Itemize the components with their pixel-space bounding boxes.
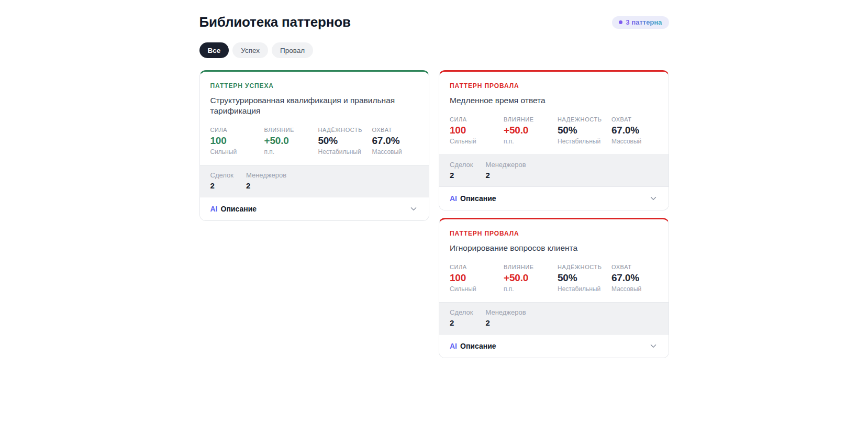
metric-value: 100 [210, 135, 264, 147]
metric-label: СИЛА [210, 126, 264, 134]
metric-strength: СИЛА 100 Сильный [450, 116, 504, 146]
stat-label: Сделок [450, 161, 473, 169]
metric-label: ВЛИЯНИЕ [504, 116, 558, 123]
metric-value: 67.0% [611, 125, 658, 136]
metric-sub: Сильный [450, 138, 504, 146]
stat-value: 2 [246, 181, 286, 191]
filter-bar: Все Успех Провал [199, 42, 669, 58]
stat-managers: Менеджеров 2 [485, 308, 526, 328]
page-title: Библиотека паттернов [199, 14, 351, 30]
pattern-kind-label: ПАТТЕРН ПРОВАЛА [450, 82, 658, 90]
metric-label: СИЛА [450, 116, 504, 123]
pattern-title: Игнорирование вопросов клиента [450, 243, 658, 253]
stat-value: 2 [485, 171, 526, 180]
metric-sub: Массовый [372, 148, 419, 156]
stat-value: 2 [485, 318, 526, 328]
pattern-title: Структурированная квалификация и правиль… [210, 95, 419, 116]
pattern-cards-grid: ПАТТЕРН УСПЕХА Структурированная квалифи… [199, 70, 669, 358]
metric-sub: Массовый [611, 285, 658, 293]
metric-value: 67.0% [611, 272, 658, 284]
metric-sub: Массовый [611, 138, 658, 146]
metric-sub: п.п. [504, 138, 558, 146]
metric-strength: СИЛА 100 Сильный [450, 263, 504, 293]
metric-label: ВЛИЯНИЕ [264, 126, 318, 134]
page-header: Библиотека паттернов 3 паттерна [199, 14, 669, 30]
metric-value: 100 [450, 272, 504, 284]
metric-label: ВЛИЯНИЕ [504, 263, 558, 271]
stat-value: 2 [450, 171, 473, 180]
chevron-down-icon [649, 194, 658, 203]
stat-label: Менеджеров [246, 171, 286, 180]
metric-strength: СИЛА 100 Сильный [210, 126, 264, 156]
ai-description-toggle[interactable]: AI Описание [439, 187, 669, 210]
cards-column-right: ПАТТЕРН ПРОВАЛА Медленное время ответа С… [439, 70, 669, 358]
patterns-count-label: 3 паттерна [626, 18, 662, 26]
metrics-row: СИЛА 100 Сильный ВЛИЯНИЕ +50.0 п.п. НАДЁ… [210, 126, 419, 156]
metric-influence: ВЛИЯНИЕ +50.0 п.п. [504, 116, 558, 146]
stat-deals: Сделок 2 [210, 171, 233, 191]
pattern-card-failure-2: ПАТТЕРН ПРОВАЛА Игнорирование вопросов к… [439, 218, 669, 358]
stat-label: Сделок [210, 171, 233, 180]
metric-coverage: ОХВАТ 67.0% Массовый [372, 126, 419, 156]
metric-sub: Нестабильный [318, 148, 372, 156]
stat-label: Сделок [450, 308, 473, 317]
pattern-kind-label: ПАТТЕРН УСПЕХА [210, 82, 419, 90]
metric-reliability: НАДЁЖНОСТЬ 50% Нестабильный [558, 116, 611, 146]
card-head: ПАТТЕРН ПРОВАЛА Медленное время ответа С… [439, 72, 669, 154]
pattern-card-success: ПАТТЕРН УСПЕХА Структурированная квалифи… [199, 70, 430, 221]
metric-sub: Сильный [450, 285, 504, 293]
metric-value: 100 [450, 125, 504, 136]
metric-value: 50% [318, 135, 372, 147]
metric-value: 50% [558, 272, 611, 284]
stat-managers: Менеджеров 2 [485, 161, 526, 180]
stats-band: Сделок 2 Менеджеров 2 [439, 302, 669, 335]
metric-label: НАДЁЖНОСТЬ [558, 116, 611, 123]
stat-label: Менеджеров [485, 161, 526, 169]
pattern-kind-label: ПАТТЕРН ПРОВАЛА [450, 230, 658, 237]
metric-sub: Нестабильный [558, 285, 611, 293]
metric-influence: ВЛИЯНИЕ +50.0 п.п. [504, 263, 558, 293]
ai-label-text: Описание [460, 342, 496, 350]
stat-value: 2 [210, 181, 233, 191]
metrics-row: СИЛА 100 Сильный ВЛИЯНИЕ +50.0 п.п. НАДЁ… [450, 116, 658, 146]
chevron-down-icon [409, 204, 418, 214]
pattern-library-page: Библиотека паттернов 3 паттерна Все Успе… [199, 0, 669, 358]
metric-value: 50% [558, 125, 611, 136]
ai-description-toggle[interactable]: AI Описание [439, 335, 669, 358]
metric-influence: ВЛИЯНИЕ +50.0 п.п. [264, 126, 318, 156]
metric-label: ОХВАТ [611, 263, 658, 271]
ai-badge: AI [210, 205, 218, 213]
badge-dot-icon [619, 20, 622, 24]
card-head: ПАТТЕРН УСПЕХА Структурированная квалифи… [200, 72, 429, 165]
metric-sub: п.п. [504, 285, 558, 293]
filter-pill-success[interactable]: Успех [232, 42, 268, 58]
cards-column-left: ПАТТЕРН УСПЕХА Структурированная квалифи… [199, 70, 430, 221]
metric-coverage: ОХВАТ 67.0% Массовый [611, 116, 658, 146]
stats-band: Сделок 2 Менеджеров 2 [200, 165, 429, 197]
ai-description-label: AI Описание [450, 342, 496, 350]
stat-deals: Сделок 2 [450, 161, 473, 180]
ai-description-toggle[interactable]: AI Описание [200, 197, 429, 220]
filter-pill-all[interactable]: Все [199, 42, 229, 58]
ai-description-label: AI Описание [450, 194, 496, 203]
stats-band: Сделок 2 Менеджеров 2 [439, 154, 669, 187]
ai-label-text: Описание [460, 194, 496, 203]
metric-sub: Сильный [210, 148, 264, 156]
metric-label: ОХВАТ [372, 126, 419, 134]
chevron-down-icon [649, 341, 658, 351]
patterns-count-badge: 3 паттерна [612, 16, 669, 29]
stat-managers: Менеджеров 2 [246, 171, 286, 191]
ai-badge: AI [450, 194, 457, 203]
metric-reliability: НАДЁЖНОСТЬ 50% Нестабильный [558, 263, 611, 293]
metric-label: НАДЁЖНОСТЬ [318, 126, 372, 134]
metric-coverage: ОХВАТ 67.0% Массовый [611, 263, 658, 293]
metric-sub: п.п. [264, 148, 318, 156]
metric-value: +50.0 [264, 135, 318, 147]
metric-sub: Нестабильный [558, 138, 611, 146]
metric-value: +50.0 [504, 125, 558, 136]
ai-label-text: Описание [221, 205, 257, 213]
ai-badge: AI [450, 342, 457, 350]
metric-value: 67.0% [372, 135, 419, 147]
metric-label: СИЛА [450, 263, 504, 271]
filter-pill-failure[interactable]: Провал [272, 42, 313, 58]
